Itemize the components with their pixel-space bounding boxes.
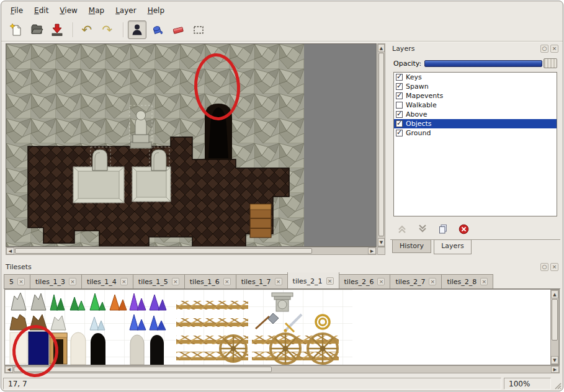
- resize-grip[interactable]: [553, 381, 562, 390]
- new-file-icon: [9, 23, 23, 37]
- menu-layer[interactable]: Layer: [110, 4, 141, 17]
- tab-close-icon[interactable]: ×: [377, 278, 385, 285]
- menu-file[interactable]: File: [5, 4, 29, 17]
- tab-close-icon[interactable]: ×: [480, 278, 488, 285]
- layer-row[interactable]: ✓ Walkable: [394, 100, 557, 110]
- move-layer-down-button[interactable]: [416, 222, 429, 236]
- tab-close-icon[interactable]: ×: [223, 278, 231, 285]
- menu-help[interactable]: Help: [142, 4, 170, 17]
- menu-view[interactable]: View: [54, 4, 83, 17]
- new-file-button[interactable]: [7, 20, 25, 39]
- layer-visibility-checkbox[interactable]: ✓: [396, 92, 403, 99]
- crypt-platforms: [73, 167, 171, 203]
- undo-button[interactable]: ↶: [78, 20, 96, 39]
- tab-close-icon[interactable]: ×: [172, 278, 179, 285]
- scroll-right-button[interactable]: ▶: [368, 247, 376, 254]
- scroll-down-button[interactable]: ▼: [551, 356, 558, 364]
- scroll-trough[interactable]: [14, 247, 368, 254]
- tileset-tab[interactable]: tiles_1_4×: [81, 274, 133, 288]
- tileset-tab[interactable]: tiles_1_3×: [30, 274, 82, 288]
- tab-label: History: [400, 242, 424, 250]
- fill-tool-button[interactable]: [148, 20, 167, 39]
- close-panel-icon[interactable]: ×: [550, 263, 558, 271]
- zoom-level: 100%: [504, 378, 551, 390]
- duplicate-layer-button[interactable]: [436, 222, 450, 236]
- tab-close-icon[interactable]: ×: [429, 278, 436, 285]
- layer-row-selected[interactable]: ✓ Objects: [394, 119, 557, 128]
- scroll-trough[interactable]: [378, 52, 385, 238]
- layer-visibility-checkbox[interactable]: ✓: [396, 83, 403, 90]
- tileset-canvas[interactable]: ▲ ▼: [4, 289, 560, 365]
- scroll-up-button[interactable]: ▲: [378, 44, 385, 52]
- map-horizontal-scrollbar[interactable]: ◀ ▶: [6, 247, 377, 255]
- layer-row[interactable]: ✓ Mapevents: [394, 91, 557, 100]
- tileset-horizontal-scrollbar[interactable]: ◀ ▶: [4, 365, 560, 373]
- delete-layer-button[interactable]: [457, 222, 470, 236]
- close-panel-icon[interactable]: ×: [550, 45, 558, 53]
- tileset-tab-active[interactable]: tiles_2_1×: [287, 272, 339, 288]
- layer-visibility-checkbox[interactable]: ✓: [396, 130, 403, 136]
- scroll-left-button[interactable]: ◀: [6, 247, 14, 254]
- layer-row[interactable]: ✓ Keys: [394, 73, 557, 82]
- tileset-tab[interactable]: tiles_2_8×: [441, 274, 493, 288]
- tab-close-icon[interactable]: ×: [275, 278, 282, 285]
- tab-layers[interactable]: Layers: [434, 240, 471, 254]
- layer-row[interactable]: ✓ Above: [394, 110, 557, 119]
- select-tool-button[interactable]: [189, 20, 208, 39]
- menu-map[interactable]: Map: [83, 4, 110, 17]
- tab-label: tiles_2_6: [344, 278, 374, 286]
- scroll-slider[interactable]: [378, 53, 384, 236]
- scroll-trough[interactable]: [551, 298, 558, 356]
- tilesets-panel-title: Tilesets: [6, 263, 539, 271]
- tileset-vertical-scrollbar[interactable]: ▲ ▼: [550, 290, 559, 365]
- tileset-tab[interactable]: tiles_1_5×: [133, 274, 185, 288]
- tab-close-icon[interactable]: ×: [120, 278, 128, 285]
- save-button[interactable]: [48, 20, 66, 39]
- menu-edit[interactable]: Edit: [29, 4, 54, 17]
- eraser-icon: [171, 23, 185, 37]
- tab-history[interactable]: History: [392, 240, 431, 253]
- tab-close-icon[interactable]: ×: [69, 278, 76, 285]
- redo-button[interactable]: ↷: [98, 20, 117, 39]
- scroll-up-button[interactable]: ▲: [551, 290, 558, 298]
- layer-visibility-checkbox[interactable]: ✓: [396, 120, 403, 127]
- tilesets-panel-titlebar: Tilesets ○ ×: [4, 262, 560, 272]
- opacity-slider-track[interactable]: [424, 60, 542, 67]
- check-icon: ✓: [396, 110, 402, 118]
- tab-close-icon[interactable]: ×: [17, 278, 25, 285]
- tab-close-icon[interactable]: ×: [326, 277, 334, 285]
- map-vertical-scrollbar[interactable]: ▲ ▼: [377, 43, 385, 247]
- layers-panel: Layers ○ × Opacity: ✓ Keys ✓ Spawn ✓ Map…: [390, 43, 560, 255]
- layer-visibility-checkbox[interactable]: ✓: [396, 102, 403, 109]
- tileset-tab[interactable]: tiles_1_7×: [236, 274, 288, 288]
- check-icon: ✓: [396, 128, 402, 136]
- tab-label: tiles_1_7: [241, 278, 271, 286]
- layer-row[interactable]: ✓ Spawn: [394, 82, 557, 91]
- scroll-down-button[interactable]: ▼: [378, 238, 385, 246]
- open-button[interactable]: [27, 20, 46, 39]
- float-panel-icon[interactable]: ○: [540, 45, 548, 53]
- redo-icon: ↷: [102, 24, 113, 36]
- tileset-tab[interactable]: tiles_2_6×: [339, 274, 391, 288]
- scroll-trough[interactable]: [13, 366, 551, 373]
- layer-name: Keys: [406, 73, 422, 81]
- tileset-tab[interactable]: tiles_2_7×: [390, 274, 442, 288]
- opacity-slider-handle[interactable]: [544, 58, 557, 68]
- map-canvas[interactable]: [6, 43, 377, 247]
- eraser-tool-button[interactable]: [169, 20, 187, 39]
- layer-row[interactable]: ✓ Ground: [394, 128, 557, 138]
- tileset-tab[interactable]: tiles_1_6×: [184, 274, 236, 288]
- scroll-slider[interactable]: [552, 299, 558, 341]
- tileset-tab[interactable]: 5×: [4, 274, 30, 288]
- pointer-tool-button[interactable]: [128, 20, 146, 39]
- scroll-slider[interactable]: [15, 248, 312, 254]
- layer-visibility-checkbox[interactable]: ✓: [396, 111, 403, 118]
- check-icon: ✓: [396, 82, 402, 90]
- tileset-tab-bar: 5× tiles_1_3× tiles_1_4× tiles_1_5× tile…: [4, 272, 560, 289]
- layer-buttons: [395, 221, 470, 237]
- layer-visibility-checkbox[interactable]: ✓: [396, 74, 403, 81]
- scroll-left-button[interactable]: ◀: [5, 366, 13, 373]
- float-panel-icon[interactable]: ○: [540, 263, 548, 271]
- move-layer-up-button[interactable]: [395, 222, 409, 236]
- scroll-right-button[interactable]: ▶: [551, 366, 559, 373]
